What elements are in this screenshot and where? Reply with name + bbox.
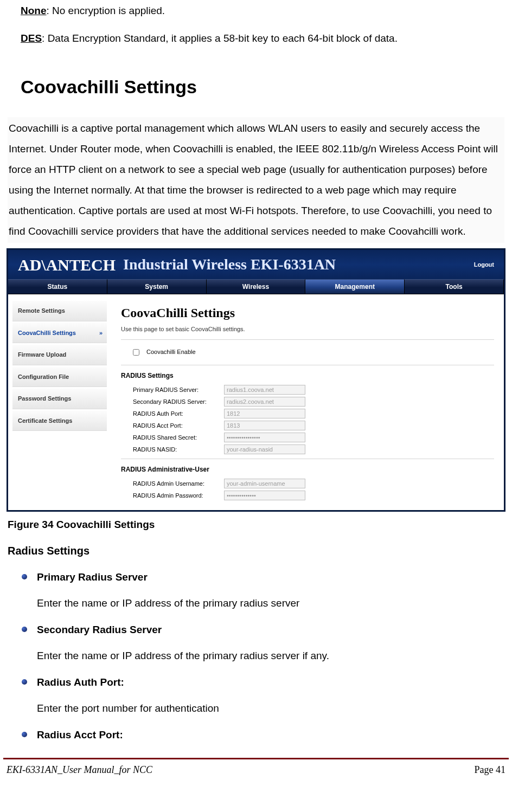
field-label: RADIUS Acct Port: — [133, 421, 224, 430]
main-tabs: Status System Wireless Management Tools — [8, 279, 504, 294]
divider — [121, 339, 494, 340]
bullet-desc: Enter the name or IP address of the prim… — [37, 596, 504, 611]
radius-admin-heading: RADIUS Administrative-User — [121, 465, 494, 474]
panel-subtitle: Use this page to set basic CoovaChilli s… — [121, 325, 494, 334]
secondary-radius-input[interactable] — [224, 397, 305, 407]
sidebar: Remote Settings CoovaChilli Settings Fir… — [8, 294, 111, 510]
bullet-secondary-radius: Secondary Radius Server Enter the name o… — [22, 622, 504, 664]
sidebar-item-certificate-settings[interactable]: Certificate Settings — [12, 411, 107, 431]
tab-management[interactable]: Management — [305, 279, 405, 294]
product-title: Industrial Wireless EKI-6331AN — [123, 253, 474, 276]
tab-system[interactable]: System — [107, 279, 207, 294]
field-primary-radius: Primary RADIUS Server: — [121, 384, 494, 396]
bullet-icon — [22, 732, 27, 737]
coovachilli-enable-checkbox[interactable] — [133, 349, 139, 356]
field-label: RADIUS Auth Port: — [133, 409, 224, 418]
radius-shared-secret-input[interactable] — [224, 433, 305, 442]
section-paragraph: Coovachilli is a captive portal manageme… — [8, 117, 504, 243]
coovachilli-enable-label: Coovachilli Enable — [146, 349, 196, 355]
field-label: Secondary RADIUS Server: — [133, 397, 224, 407]
field-label: RADIUS Admin Password: — [133, 491, 224, 500]
brand-logo: AD\ANTECH — [18, 253, 116, 277]
bullet-title: Secondary Radius Server — [37, 622, 162, 638]
field-secondary-radius: Secondary RADIUS Server: — [121, 396, 494, 408]
bullet-title: Radius Acct Port: — [37, 727, 123, 743]
bullet-title: Primary Radius Server — [37, 570, 148, 585]
bullet-desc: Enter the name or IP address of the prim… — [37, 648, 504, 664]
field-label: RADIUS NASID: — [133, 445, 224, 454]
radius-nasid-input[interactable] — [224, 444, 305, 454]
field-nasid: RADIUS NASID: — [121, 443, 494, 455]
definition-term-des: DES — [21, 33, 42, 44]
sidebar-item-configuration-file[interactable]: Configuration File — [12, 367, 107, 388]
field-admin-password: RADIUS Admin Password: — [121, 489, 494, 501]
radius-admin-password-input[interactable] — [224, 491, 305, 500]
bullet-icon — [22, 679, 27, 685]
divider — [121, 459, 494, 459]
radius-settings-subheading: Radius Settings — [8, 543, 504, 559]
field-admin-username: RADIUS Admin Username: — [121, 478, 494, 489]
app-header: AD\ANTECH Industrial Wireless EKI-6331AN… — [8, 250, 504, 279]
panel-title: CoovaChilli Settings — [121, 303, 494, 323]
tab-tools[interactable]: Tools — [405, 279, 504, 294]
sidebar-item-firmware-upload[interactable]: Firmware Upload — [12, 345, 107, 365]
divider — [121, 365, 494, 365]
definition-term-none: None — [21, 5, 47, 16]
field-shared-secret: RADIUS Shared Secret: — [121, 431, 494, 443]
field-label: Primary RADIUS Server: — [133, 385, 224, 395]
radius-admin-username-input[interactable] — [224, 479, 305, 488]
radius-acct-port-input[interactable] — [224, 421, 305, 430]
definition-des: DES: Data Encryption Standard, it applie… — [21, 31, 507, 47]
tab-wireless[interactable]: Wireless — [207, 279, 306, 294]
section-title: Coovachilli Settings — [21, 73, 507, 101]
bullet-title: Radius Auth Port: — [37, 675, 124, 691]
definition-text-none: : No encryption is applied. — [47, 5, 165, 16]
page-footer: EKI-6331AN_User Manual_for NCC Page 41 — [3, 758, 509, 783]
bullet-icon — [22, 574, 27, 579]
bullet-auth-port: Radius Auth Port: Enter the port number … — [22, 675, 504, 717]
definition-text-des: : Data Encryption Standard, it applies a… — [42, 33, 398, 44]
embedded-screenshot: AD\ANTECH Industrial Wireless EKI-6331AN… — [7, 248, 505, 512]
field-label: RADIUS Admin Username: — [133, 479, 224, 488]
sidebar-item-coovachilli[interactable]: CoovaChilli Settings — [12, 323, 107, 344]
bullet-primary-radius: Primary Radius Server Enter the name or … — [22, 570, 504, 611]
field-acct-port: RADIUS Acct Port: — [121, 420, 494, 431]
radius-settings-heading: RADIUS Settings — [121, 371, 494, 381]
sidebar-item-password-settings[interactable]: Password Settings — [12, 389, 107, 409]
figure-caption: Figure 34 Coovachilli Settings — [8, 517, 504, 533]
primary-radius-input[interactable] — [224, 385, 305, 395]
radius-auth-port-input[interactable] — [224, 409, 305, 418]
footer-left: EKI-6331AN_User Manual_for NCC — [7, 763, 152, 777]
logout-link[interactable]: Logout — [474, 260, 494, 269]
footer-page-number: Page 41 — [475, 763, 506, 777]
bullet-icon — [22, 627, 27, 632]
definition-none: None: No encryption is applied. — [21, 3, 507, 19]
bullet-desc: Enter the port number for authentication — [37, 701, 504, 717]
field-label: RADIUS Shared Secret: — [133, 433, 224, 442]
sidebar-item-remote-settings[interactable]: Remote Settings — [12, 301, 107, 321]
bullet-acct-port: Radius Acct Port: — [22, 727, 504, 751]
main-panel: CoovaChilli Settings Use this page to se… — [111, 294, 504, 510]
field-auth-port: RADIUS Auth Port: — [121, 408, 494, 420]
tab-status[interactable]: Status — [8, 279, 107, 294]
